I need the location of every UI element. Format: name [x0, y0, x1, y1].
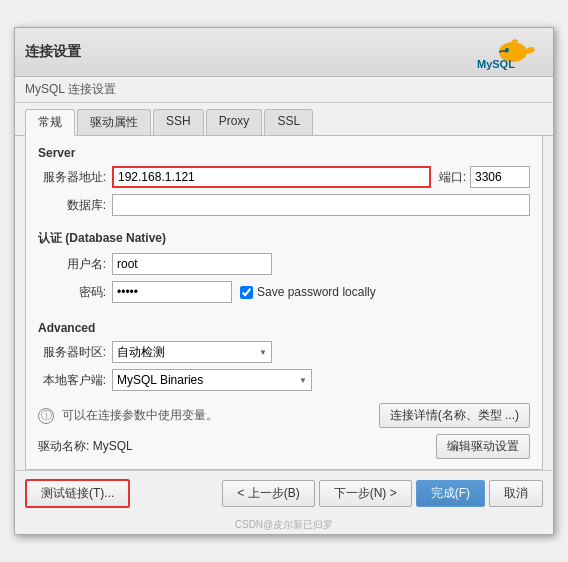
- bottom-bar: 测试链接(T)... < 上一步(B) 下一步(N) > 完成(F) 取消: [15, 470, 553, 516]
- save-password-row: Save password locally: [240, 285, 376, 299]
- driver-label-text: 驱动名称:: [38, 439, 89, 453]
- client-label: 本地客户端:: [38, 372, 106, 389]
- username-label: 用户名:: [38, 256, 106, 273]
- info-icon: ⓘ: [38, 408, 54, 424]
- database-label: 数据库:: [38, 197, 106, 214]
- timezone-label: 服务器时区:: [38, 344, 106, 361]
- client-select[interactable]: MySQL Binaries MySQL Workbench Custom: [112, 369, 312, 391]
- driver-name-label: 驱动名称: MySQL: [38, 438, 133, 455]
- dialog-subtitle: MySQL 连接设置: [15, 77, 553, 103]
- server-address-row: 服务器地址: 端口:: [38, 166, 530, 188]
- next-button[interactable]: 下一步(N) >: [319, 480, 412, 507]
- cancel-button[interactable]: 取消: [489, 480, 543, 507]
- info-text-container: ⓘ 可以在连接参数中使用变量。: [38, 407, 218, 424]
- username-input[interactable]: [112, 253, 272, 275]
- driver-row: 驱动名称: MySQL 编辑驱动设置: [38, 434, 530, 459]
- finish-button[interactable]: 完成(F): [416, 480, 485, 507]
- server-address-input[interactable]: [112, 166, 431, 188]
- watermark: CSDN@皮尔新已归罗: [15, 516, 553, 534]
- connection-details-button[interactable]: 连接详情(名称、类型 ...): [379, 403, 530, 428]
- save-password-label[interactable]: Save password locally: [257, 285, 376, 299]
- database-input[interactable]: [112, 194, 530, 216]
- edit-driver-button[interactable]: 编辑驱动设置: [436, 434, 530, 459]
- dialog-title: 连接设置: [25, 43, 81, 61]
- timezone-select-wrapper: 自动检测 UTC Asia/Shanghai: [112, 341, 272, 363]
- tab-ssl[interactable]: SSL: [264, 109, 313, 135]
- client-select-wrapper: MySQL Binaries MySQL Workbench Custom: [112, 369, 312, 391]
- save-password-checkbox[interactable]: [240, 286, 253, 299]
- password-input[interactable]: [112, 281, 232, 303]
- driver-value-text: MySQL: [93, 439, 133, 453]
- nav-buttons: < 上一步(B) 下一步(N) > 完成(F) 取消: [222, 480, 543, 507]
- timezone-select[interactable]: 自动检测 UTC Asia/Shanghai: [112, 341, 272, 363]
- tab-proxy[interactable]: Proxy: [206, 109, 263, 135]
- server-address-label: 服务器地址:: [38, 169, 106, 186]
- database-row: 数据库:: [38, 194, 530, 216]
- timezone-row: 服务器时区: 自动检测 UTC Asia/Shanghai: [38, 341, 530, 363]
- content-area: Server 服务器地址: 端口: 数据库: 认证 (Database Nati…: [25, 136, 543, 470]
- username-row: 用户名:: [38, 253, 530, 275]
- port-input[interactable]: [470, 166, 530, 188]
- connection-settings-dialog: 连接设置 MySQL My: [14, 27, 554, 535]
- mysql-logo: MySQL: [473, 34, 543, 70]
- password-label: 密码:: [38, 284, 106, 301]
- tab-ssh[interactable]: SSH: [153, 109, 204, 135]
- server-section-label: Server: [38, 146, 530, 160]
- tab-bar: 常规 驱动属性 SSH Proxy SSL: [15, 103, 553, 136]
- test-connection-button[interactable]: 测试链接(T)...: [25, 479, 130, 508]
- info-text: 可以在连接参数中使用变量。: [62, 408, 218, 422]
- password-row: 密码: Save password locally: [38, 281, 530, 303]
- port-label: 端口:: [439, 169, 466, 186]
- prev-button[interactable]: < 上一步(B): [222, 480, 314, 507]
- tab-driver-props[interactable]: 驱动属性: [77, 109, 151, 135]
- title-bar: 连接设置 MySQL: [15, 28, 553, 77]
- client-row: 本地客户端: MySQL Binaries MySQL Workbench Cu…: [38, 369, 530, 391]
- advanced-section-label: Advanced: [38, 321, 530, 335]
- svg-text:MySQL: MySQL: [477, 58, 515, 70]
- tab-general[interactable]: 常规: [25, 109, 75, 136]
- auth-section-label: 认证 (Database Native): [38, 230, 530, 247]
- mysql-logo-svg: MySQL: [473, 34, 543, 70]
- info-row: ⓘ 可以在连接参数中使用变量。 连接详情(名称、类型 ...): [38, 399, 530, 428]
